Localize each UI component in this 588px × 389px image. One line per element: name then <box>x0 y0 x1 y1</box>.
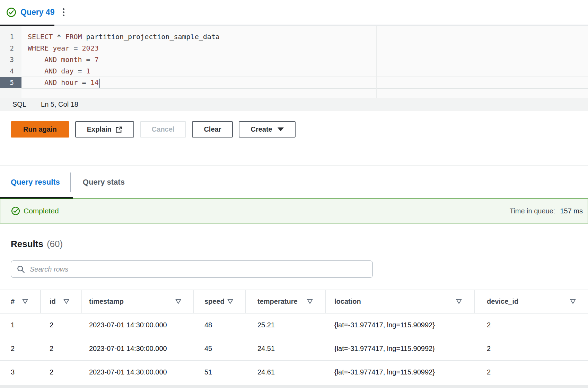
table-row: 122023-07-01 14:30:00.0004825.21{lat=-31… <box>0 313 588 337</box>
print-margin-line <box>376 26 377 98</box>
active-results-tab-underline <box>0 197 73 198</box>
editor-code: SELECT * FROM partition_projection_sampl… <box>21 26 588 98</box>
results-table-body: 122023-07-01 14:30:00.0004825.21{lat=-31… <box>0 313 588 384</box>
text-cursor <box>99 79 100 88</box>
query-actions-toolbar: Run again Explain Cancel Clear Create <box>11 121 588 138</box>
column-label: temperature <box>257 298 298 306</box>
column-header-speed[interactable]: speed <box>194 290 246 313</box>
table-cell: 2 <box>475 345 588 353</box>
table-cell: 2023-07-01 14:30:00.000 <box>82 345 194 353</box>
results-title: Results <box>11 239 43 249</box>
explain-label: Explain <box>87 125 112 133</box>
table-cell: 1 <box>0 321 41 329</box>
table-cell: 24.61 <box>246 368 326 376</box>
table-cell: 2 <box>475 321 588 329</box>
column-label: # <box>11 298 15 306</box>
column-label: timestamp <box>89 298 124 306</box>
table-cell: 48 <box>194 321 246 329</box>
column-header-id[interactable]: id <box>41 290 82 313</box>
column-header-row-number[interactable]: # <box>0 290 41 313</box>
code-line: SELECT * FROM partition_projection_sampl… <box>21 31 588 43</box>
column-header-temperature[interactable]: temperature <box>246 290 326 313</box>
column-label: location <box>334 298 361 306</box>
horizontal-scrollbar[interactable] <box>0 385 588 388</box>
clear-button[interactable]: Clear <box>192 121 233 138</box>
table-cell: 2 <box>41 345 82 353</box>
filter-triangle-icon[interactable] <box>227 299 233 304</box>
column-label: device_id <box>487 298 518 306</box>
column-label: speed <box>204 298 225 306</box>
results-tab-bar: Query results Query stats <box>0 165 588 198</box>
sql-editor[interactable]: 12345 SELECT * FROM partition_projection… <box>0 26 588 98</box>
table-row: 222023-07-01 14:30:00.0004524.51{lat=-31… <box>0 337 588 361</box>
table-cell: 25.21 <box>246 321 326 329</box>
table-cell: 2 <box>41 321 82 329</box>
query-tab[interactable]: Query 49 <box>6 7 54 17</box>
run-again-button[interactable]: Run again <box>11 121 69 138</box>
kebab-menu-icon[interactable] <box>61 7 67 18</box>
table-row: 322023-07-01 14:30:00.0005124.61{lat=-31… <box>0 361 588 384</box>
table-cell: {lat=-31.977417, lng=115.90992} <box>326 345 475 353</box>
line-number: 3 <box>0 54 21 65</box>
filter-triangle-icon[interactable] <box>175 299 181 304</box>
check-circle-icon <box>11 206 20 215</box>
table-cell: {lat=-31.977417, lng=115.90992} <box>326 368 475 376</box>
query-tab-bar: Query 49 <box>0 0 588 25</box>
column-label: id <box>50 298 56 306</box>
table-cell: 24.51 <box>246 345 326 353</box>
results-table-header: #idtimestampspeedtemperaturelocationdevi… <box>0 290 588 313</box>
table-cell: 2 <box>41 368 82 376</box>
search-input[interactable] <box>29 265 367 274</box>
search-box <box>11 260 373 278</box>
column-header-location[interactable]: location <box>326 290 475 313</box>
table-cell: {lat=-31.977417, lng=115.90992} <box>326 321 475 329</box>
table-cell: 51 <box>194 368 246 376</box>
banner-status: Completed <box>11 206 59 215</box>
banner-status-label: Completed <box>24 207 59 215</box>
run-again-label: Run again <box>23 125 57 133</box>
cancel-label: Cancel <box>152 125 175 133</box>
line-number: 2 <box>0 43 21 54</box>
queue-time-label: Time in queue: <box>510 207 555 215</box>
check-circle-icon <box>6 7 16 17</box>
table-cell: 2023-07-01 14:30:00.000 <box>82 368 194 376</box>
table-cell: 2 <box>475 368 588 376</box>
editor-gutter: 12345 <box>0 26 21 98</box>
status-banner: Completed Time in queue: 157 ms <box>0 198 588 223</box>
results-count: (60) <box>47 239 63 249</box>
caret-down-icon <box>278 127 284 131</box>
explain-button[interactable]: Explain <box>75 121 134 138</box>
editor-status-bar: SQL Ln 5, Col 18 <box>0 98 588 111</box>
code-line: AND month = 7 <box>21 54 588 65</box>
filter-triangle-icon[interactable] <box>307 299 313 304</box>
results-table: #idtimestampspeedtemperaturelocationdevi… <box>0 290 588 384</box>
tab-query-stats[interactable]: Query stats <box>71 166 125 198</box>
code-line: AND day = 1 <box>21 65 588 77</box>
code-line: AND hour = 14 <box>21 77 588 88</box>
table-cell: 3 <box>0 368 41 376</box>
filter-triangle-icon[interactable] <box>456 299 462 304</box>
results-heading: Results (60) <box>11 239 588 249</box>
external-link-icon <box>115 126 122 133</box>
line-number: 4 <box>0 65 21 77</box>
cancel-button[interactable]: Cancel <box>140 121 186 138</box>
filter-triangle-icon[interactable] <box>22 299 28 304</box>
filter-triangle-icon[interactable] <box>570 299 576 304</box>
code-line: WHERE year = 2023 <box>21 43 588 54</box>
table-cell: 45 <box>194 345 246 353</box>
column-header-timestamp[interactable]: timestamp <box>82 290 194 313</box>
cursor-position: Ln 5, Col 18 <box>41 100 78 108</box>
tab-query-results[interactable]: Query results <box>0 166 70 198</box>
tab-query-results-label: Query results <box>11 178 60 187</box>
create-button[interactable]: Create <box>239 121 295 138</box>
tab-query-stats-label: Query stats <box>83 178 125 187</box>
search-icon <box>17 265 25 273</box>
column-header-device_id[interactable]: device_id <box>475 290 588 313</box>
clear-label: Clear <box>204 125 221 133</box>
queue-time-value: 157 ms <box>560 207 583 215</box>
table-cell: 2023-07-01 14:30:00.000 <box>82 321 194 329</box>
line-number: 1 <box>0 31 21 43</box>
create-label: Create <box>251 125 272 133</box>
line-number: 5 <box>0 77 21 88</box>
filter-triangle-icon[interactable] <box>63 299 69 304</box>
